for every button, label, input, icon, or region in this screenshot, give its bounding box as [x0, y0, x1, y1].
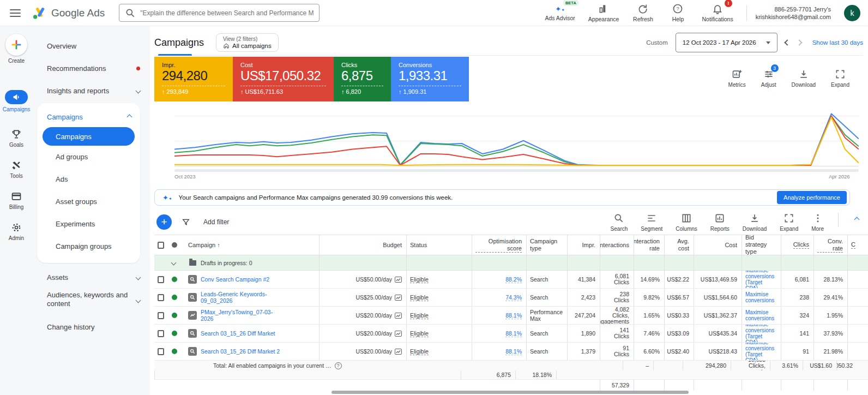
bid-strategy-cell[interactable]: Maximise conversions (Target CPA) — [742, 271, 781, 288]
rail-goals[interactable]: Goals — [9, 129, 23, 148]
opt-score-cell[interactable]: 88.2% — [472, 271, 526, 288]
column-avg-cost[interactable]: Avg. cost — [664, 235, 694, 255]
budget-simulator-icon[interactable] — [395, 295, 402, 301]
opt-score-cell[interactable]: 88.1% — [472, 343, 526, 360]
drafts-row[interactable]: Drafts in progress: 0 — [154, 255, 868, 271]
sidebar-item-overview[interactable]: Overview — [33, 35, 150, 57]
rail-admin[interactable]: Admin — [9, 222, 24, 241]
performance-chart[interactable] — [174, 109, 859, 166]
metrics-button[interactable]: Metrics — [728, 69, 746, 88]
opt-score-cell[interactable]: 88.1% — [472, 307, 526, 324]
column-campaign[interactable]: Campaign ↑ — [185, 235, 319, 255]
campaign-link[interactable]: Search 03_15_26 Diff Market 2 — [201, 348, 280, 355]
row-checkbox[interactable] — [158, 330, 164, 337]
help-button[interactable]: ? Help — [667, 3, 689, 22]
refresh-button[interactable]: Refresh — [632, 3, 654, 22]
help-icon[interactable]: ? — [335, 362, 342, 369]
bid-strategy-cell[interactable]: Maximise conversions — [742, 307, 781, 324]
budget-cell[interactable]: US$20.00/day — [319, 325, 406, 342]
sidebar-item-campaigns-header[interactable]: Campaigns — [37, 106, 140, 127]
table-search-button[interactable]: Search — [611, 213, 628, 232]
column-impressions[interactable]: Impr. — [567, 235, 600, 255]
row-checkbox[interactable] — [158, 348, 164, 355]
campaign-link[interactable]: Conv Search Campaign #2 — [201, 276, 269, 283]
campaign-link[interactable]: Leads-Generic Keywords-09_03_2026 — [201, 291, 282, 304]
campaign-link[interactable]: PMax_Jerry'sTowing_07-03-2026 — [201, 309, 282, 322]
column-budget[interactable]: Budget — [319, 235, 406, 255]
menu-icon[interactable] — [10, 9, 21, 17]
budget-simulator-icon[interactable] — [395, 331, 402, 337]
ads-advisor-button[interactable]: BETA ✦✦ Ads Advisor — [545, 5, 575, 21]
account-info[interactable]: 886-259-7701 Jerry's krishkishore648@gma… — [746, 5, 831, 21]
segment-button[interactable]: Segment — [641, 213, 662, 232]
more-button[interactable]: More — [811, 213, 824, 232]
budget-cell[interactable]: US$20.00/day — [319, 343, 406, 360]
sidebar-item-audiences[interactable]: Audiences, keywords and content — [33, 289, 150, 316]
sidebar-item-campaign-groups[interactable]: Campaign groups — [37, 235, 140, 258]
budget-cell[interactable]: US$20.00/day — [319, 307, 406, 324]
bid-strategy-cell[interactable]: Maximise conversions (Target CPA) — [742, 343, 781, 360]
select-all-checkbox[interactable] — [158, 242, 164, 249]
budget-cell[interactable]: US$25.00/day — [319, 289, 406, 306]
sidebar-item-assets[interactable]: Assets — [33, 266, 150, 289]
search-input[interactable] — [140, 9, 314, 17]
sidebar-item-campaigns-active[interactable]: Campaigns — [43, 127, 135, 146]
column-clicks[interactable]: Clicks — [781, 235, 813, 255]
add-campaign-button[interactable]: + — [156, 214, 172, 230]
reports-button[interactable]: Reports — [710, 213, 730, 232]
global-search[interactable] — [119, 4, 320, 22]
row-checkbox[interactable] — [158, 276, 164, 283]
sidebar-item-ad-groups[interactable]: Ad groups — [37, 146, 140, 168]
bid-strategy-cell[interactable]: Maximise conversions — [742, 289, 781, 306]
budget-simulator-icon[interactable] — [395, 277, 402, 283]
show-last-30-days-link[interactable]: Show last 30 days — [812, 39, 863, 46]
opt-score-cell[interactable]: 74.3% — [472, 289, 526, 306]
column-interactions[interactable]: Interactions — [600, 235, 634, 255]
column-interaction-rate[interactable]: Interaction rate — [634, 235, 664, 255]
table-expand-button[interactable]: Expand — [780, 213, 798, 232]
chart-time-scrollbar[interactable] — [174, 169, 859, 172]
scorecard-cost[interactable]: Cost US$17,050.32 ↑ US$16,711.63 — [233, 57, 334, 101]
filter-icon[interactable] — [182, 218, 190, 226]
chart-expand-button[interactable]: Expand — [831, 69, 849, 88]
horizontal-scrollbar[interactable] — [331, 391, 689, 394]
rail-tools[interactable]: Tools — [10, 160, 22, 179]
sidebar-item-insights[interactable]: Insights and reports — [33, 80, 150, 102]
collapse-toolbar-button[interactable] — [855, 214, 859, 224]
avatar[interactable]: k — [844, 5, 860, 21]
bid-strategy-cell[interactable]: Maximise conversions (Target CPA) — [742, 325, 781, 342]
adjust-button[interactable]: 3 Adjust — [761, 69, 776, 88]
sidebar-item-recommendations[interactable]: Recommendations — [33, 57, 150, 80]
budget-simulator-icon[interactable] — [395, 313, 402, 319]
row-checkbox[interactable] — [158, 312, 164, 319]
column-status[interactable]: Status — [406, 235, 472, 255]
sidebar-item-experiments[interactable]: Experiments — [37, 213, 140, 235]
scorecard-conversions[interactable]: Conversions 1,933.31 ↑ 1,909.31 — [391, 57, 469, 101]
scorecard-impressions[interactable]: Impr. 294,280 ↑ 293,849 — [154, 57, 233, 101]
date-range-selector[interactable]: 12 Oct 2023 - 17 Apr 2026 — [676, 33, 777, 52]
sidebar-item-asset-groups[interactable]: Asset groups — [37, 190, 140, 213]
notifications-button[interactable]: ! Notifications — [702, 3, 733, 22]
campaign-link[interactable]: Search 03_15_26 Diff Market — [201, 330, 275, 337]
next-range-button[interactable] — [796, 39, 802, 45]
sidebar-item-change-history[interactable]: Change history — [33, 316, 150, 338]
rail-create-button[interactable]: Create — [5, 34, 27, 64]
column-conv-rate[interactable]: Conv. rate — [813, 235, 847, 255]
enabled-status-dot[interactable] — [172, 295, 177, 300]
budget-cell[interactable]: US$50.00/day — [319, 271, 406, 288]
budget-simulator-icon[interactable] — [395, 349, 402, 355]
chart-download-button[interactable]: Download — [792, 69, 816, 88]
status-filter-dot[interactable] — [172, 242, 177, 248]
chevron-down-icon[interactable] — [171, 260, 177, 266]
prev-range-button[interactable] — [784, 39, 790, 45]
add-filter-button[interactable]: Add filter — [203, 218, 229, 226]
rail-billing[interactable]: Billing — [9, 191, 24, 210]
appearance-button[interactable]: Appearance — [588, 3, 619, 22]
sidebar-item-ads[interactable]: Ads — [37, 168, 140, 190]
columns-button[interactable]: Columns — [676, 213, 697, 232]
rail-campaigns[interactable]: Campaigns — [3, 90, 31, 112]
scorecard-clicks[interactable]: Clicks 6,875 ↑ 6,820 — [334, 57, 391, 101]
view-filter-chip[interactable]: View (2 filters) All campaigns — [216, 33, 279, 52]
opt-score-cell[interactable]: 88.1% — [472, 325, 526, 342]
column-campaign-type[interactable]: Campaign type — [526, 235, 567, 255]
